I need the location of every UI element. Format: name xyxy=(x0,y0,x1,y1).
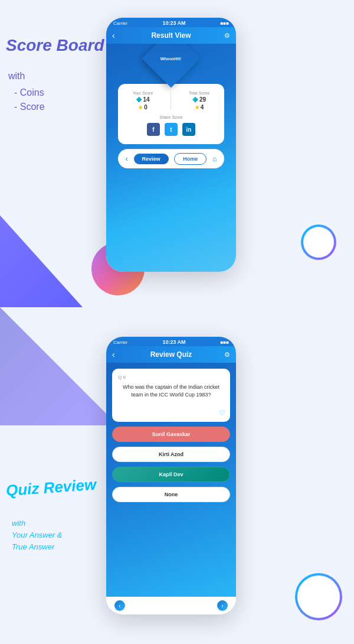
prev-button[interactable]: ‹ xyxy=(114,600,125,611)
quizreview-with: with xyxy=(12,519,25,528)
settings-icon-1[interactable]: ⚙ xyxy=(224,32,230,40)
facebook-icon[interactable]: f xyxy=(147,123,160,136)
carrier-2: Carrier xyxy=(113,340,127,345)
total-score-coins: 29 xyxy=(192,96,206,103)
scoreboard-coins: - Coins xyxy=(14,87,44,98)
score-card: Your Score 14 ★ 0 Total Score xyxy=(118,84,224,144)
quizreview-your-answer: Your Answer & xyxy=(12,531,63,539)
time-1: 10:23 AM xyxy=(162,20,185,26)
nav-title-1: Result View xyxy=(151,31,191,40)
bg-triangle-left xyxy=(0,189,83,307)
review-content: Q 8 Who was the captain of the Indian cr… xyxy=(106,363,236,597)
phone-scoreboard: Carrier 10:23 AM ■■■ ‹ Result View ⚙ Who… xyxy=(106,18,236,272)
result-bottom-nav: ‹ Review Home ⌂ xyxy=(118,149,224,168)
social-icons: f t in xyxy=(124,123,218,136)
nav-title-2: Review Quiz xyxy=(150,350,192,359)
quizreview-title: Quiz Review xyxy=(5,476,97,500)
scoreboard-score: - Score xyxy=(14,102,45,112)
nav-bar-1: ‹ Result View ⚙ xyxy=(106,27,236,44)
your-score-coins: 14 xyxy=(136,96,150,103)
phone-review: Carrier 10:23 AM ■■■ ‹ Review Quiz ⚙ Q 8… xyxy=(106,337,236,614)
battery-2: ■■■ xyxy=(220,340,229,345)
next-button[interactable]: › xyxy=(217,600,228,611)
bg-triangle-left2 xyxy=(0,295,118,425)
back-button-1[interactable]: ‹ xyxy=(112,31,115,40)
question-text: Who was the captain of the Indian cricke… xyxy=(118,383,224,398)
home-button[interactable]: Home xyxy=(174,153,206,165)
answer-1[interactable]: Sunil Gavaskar xyxy=(112,427,230,442)
home-icon[interactable]: ⌂ xyxy=(212,155,217,163)
total-score-col: Total Score 29 ★ 4 xyxy=(189,91,209,110)
answer-4[interactable]: None xyxy=(112,487,230,502)
bg-circle-right xyxy=(301,225,336,260)
bg-blob-bottom xyxy=(295,573,342,620)
coin-icon-2 xyxy=(192,97,198,103)
diamond-label: WhoooHit! xyxy=(160,57,181,61)
pagination-bar: ‹ › xyxy=(106,597,236,614)
carrier-1: Carrier xyxy=(113,21,127,26)
twitter-icon[interactable]: t xyxy=(165,123,178,136)
your-score-label: Your Score xyxy=(133,91,153,95)
question-label: Q 8 xyxy=(118,375,224,380)
quizreview-true-answer: True Answer xyxy=(12,542,54,551)
heart-icon[interactable]: ♡ xyxy=(219,409,225,417)
your-score-stars: ★ 0 xyxy=(138,104,148,110)
answer-2[interactable]: Kirti Azod xyxy=(112,447,230,462)
battery-1: ■■■ xyxy=(220,21,229,26)
total-score-stars: ★ 4 xyxy=(195,104,204,110)
score-content: WhoooHit! Your Score 14 ★ 0 xyxy=(106,44,236,272)
status-bar-2: Carrier 10:23 AM ■■■ xyxy=(106,337,236,346)
time-2: 10:23 AM xyxy=(162,339,185,345)
share-label: Share Score xyxy=(124,115,218,119)
settings-icon-2[interactable]: ⚙ xyxy=(224,351,230,359)
question-card: Q 8 Who was the captain of the Indian cr… xyxy=(112,369,230,422)
result-diamond: WhoooHit! xyxy=(142,44,201,87)
score-row: Your Score 14 ★ 0 Total Score xyxy=(124,91,218,110)
coin-icon-1 xyxy=(136,97,142,103)
total-score-label: Total Score xyxy=(189,91,209,95)
scoreboard-with: with xyxy=(8,71,25,82)
status-bar-1: Carrier 10:23 AM ■■■ xyxy=(106,18,236,27)
your-score-col: Your Score 14 ★ 0 xyxy=(133,91,153,110)
nav-bar-2: ‹ Review Quiz ⚙ xyxy=(106,346,236,363)
linkedin-icon[interactable]: in xyxy=(182,123,195,136)
score-divider xyxy=(171,92,171,109)
back-nav-icon[interactable]: ‹ xyxy=(126,155,128,163)
scoreboard-title: Score Board xyxy=(6,35,104,56)
review-button[interactable]: Review xyxy=(134,154,169,164)
back-button-2[interactable]: ‹ xyxy=(112,350,115,359)
answer-3[interactable]: Kapil Dev xyxy=(112,467,230,482)
